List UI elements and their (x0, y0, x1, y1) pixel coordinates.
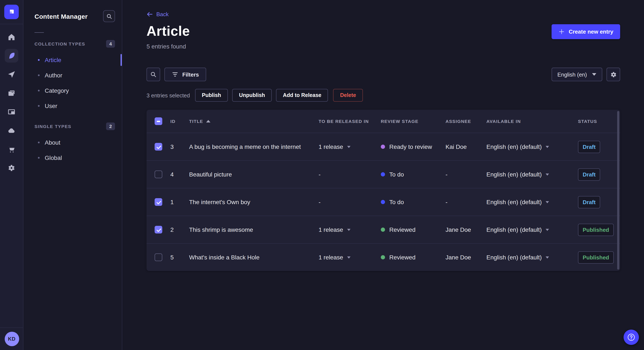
status-badge: Draft (578, 141, 600, 153)
stage-dot-icon (381, 172, 385, 176)
sidebar-item-user[interactable]: User (24, 98, 122, 114)
section-label: SINGLE TYPES (34, 124, 71, 129)
locale-select[interactable]: English (en) (551, 68, 602, 81)
back-link[interactable]: Back (146, 11, 169, 17)
nav-content-manager[interactable] (5, 49, 18, 62)
collection-types-count-badge: 4 (106, 40, 115, 48)
cell-title: What's inside a Black Hole (189, 254, 318, 261)
table-row[interactable]: 3 A bug is becoming a meme on the intern… (146, 133, 620, 160)
locale-value: English (en) (557, 71, 587, 78)
nav-releases[interactable] (5, 68, 18, 81)
rail-divider (0, 24, 23, 24)
bullet-icon (38, 105, 40, 107)
status-badge: Published (578, 223, 614, 236)
nav-media-library[interactable] (5, 86, 18, 100)
sidebar-item-category[interactable]: Category (24, 83, 122, 98)
delete-button[interactable]: Delete (333, 89, 363, 102)
stage-dot-icon (381, 255, 385, 259)
bullet-icon (38, 157, 40, 159)
nav-settings[interactable] (5, 161, 18, 175)
unpublish-button[interactable]: Unpublish (232, 89, 272, 102)
select-all-checkbox[interactable] (154, 117, 162, 125)
search-icon (106, 13, 112, 19)
help-button[interactable] (624, 330, 639, 345)
locale-dropdown[interactable]: English (en) (default) (486, 226, 549, 233)
create-new-entry-button[interactable]: Create new entry (552, 24, 620, 39)
publish-button[interactable]: Publish (195, 89, 228, 102)
subnav-search-button[interactable] (103, 10, 115, 22)
content-manager-subnav: Content Manager COLLECTION TYPES 4 Artic… (24, 0, 122, 350)
images-icon (7, 89, 16, 97)
release-dropdown[interactable]: 1 release (318, 226, 350, 233)
cell-id: 4 (170, 171, 189, 178)
cell-title: A bug is becoming a meme on the internet (189, 143, 318, 150)
add-to-release-button[interactable]: Add to Release (276, 89, 328, 102)
row-checkbox[interactable] (154, 226, 162, 233)
app-window: KD Content Manager COLLECTION TYPES 4 Ar… (0, 0, 644, 350)
release-dropdown[interactable]: 1 release (318, 254, 350, 261)
nav-home[interactable] (5, 30, 18, 44)
main-nav-rail: KD (0, 0, 24, 350)
locale-dropdown[interactable]: English (en) (default) (486, 171, 549, 178)
column-header-available-in[interactable]: AVAILABLE IN (486, 119, 578, 124)
chevron-down-icon (546, 256, 549, 258)
row-checkbox[interactable] (154, 198, 162, 206)
cell-released: - (318, 171, 381, 178)
plus-icon (558, 28, 565, 35)
release-dropdown[interactable]: 1 release (318, 143, 350, 150)
status-badge: Published (578, 251, 614, 263)
bullet-icon (38, 142, 40, 143)
view-settings-button[interactable] (606, 68, 620, 81)
section-single-types: SINGLE TYPES 2 About Global (24, 121, 122, 166)
cell-review-stage: Reviewed (381, 226, 446, 233)
back-label: Back (156, 11, 169, 17)
nav-deploy-cloud[interactable] (5, 124, 18, 137)
sidebar-item-about[interactable]: About (24, 135, 122, 150)
column-header-status[interactable]: STATUS (578, 119, 620, 124)
main-content: Back Article 5 entries found Create new … (122, 0, 644, 350)
row-checkbox[interactable] (154, 253, 162, 261)
feather-icon (7, 51, 16, 60)
cell-assignee: - (446, 171, 486, 178)
table-row[interactable]: 1 The internet's Own boy - To do - Engli… (146, 188, 620, 216)
filter-icon (172, 71, 178, 77)
nav-marketplace[interactable] (5, 143, 18, 156)
table-row[interactable]: 2 This shrimp is awesome 1 release Revie… (146, 216, 620, 243)
sidebar-item-label: User (45, 103, 57, 109)
layout-icon (7, 108, 16, 116)
cell-id: 2 (170, 226, 189, 233)
nav-content-type-builder[interactable] (5, 105, 18, 119)
cell-title: Beautiful picture (189, 171, 318, 178)
create-button-label: Create new entry (568, 28, 613, 35)
table-scrollbar[interactable] (617, 111, 619, 270)
sidebar-item-global[interactable]: Global (24, 150, 122, 166)
column-header-title[interactable]: TITLE (189, 119, 318, 124)
column-header-review-stage[interactable]: REVIEW STAGE (381, 119, 446, 124)
cell-title: This shrimp is awesome (189, 226, 318, 233)
filters-label: Filters (182, 71, 199, 78)
user-avatar[interactable]: KD (4, 332, 19, 346)
cell-review-stage: To do (381, 171, 446, 178)
chevron-down-icon (347, 229, 350, 231)
column-header-id[interactable]: ID (170, 119, 189, 124)
locale-dropdown[interactable]: English (en) (default) (486, 199, 549, 205)
table-row[interactable]: 4 Beautiful picture - To do - English (e… (146, 160, 620, 188)
section-label: COLLECTION TYPES (34, 41, 85, 46)
sidebar-item-author[interactable]: Author (24, 68, 122, 83)
sidebar-item-label: About (45, 139, 60, 146)
strapi-logo[interactable] (4, 5, 19, 19)
sidebar-item-article[interactable]: Article (24, 52, 122, 68)
row-checkbox[interactable] (154, 171, 162, 178)
column-header-released[interactable]: TO BE RELEASED IN (318, 119, 381, 124)
gear-icon (610, 71, 617, 78)
entries-table: ID TITLE TO BE RELEASED IN REVIEW STAGE … (146, 110, 620, 271)
chevron-down-icon (347, 146, 350, 148)
locale-dropdown[interactable]: English (en) (default) (486, 254, 549, 261)
subnav-title: Content Manager (34, 12, 88, 20)
filters-button[interactable]: Filters (164, 68, 206, 81)
search-button[interactable] (146, 68, 160, 81)
table-row[interactable]: 5 What's inside a Black Hole 1 release R… (146, 243, 620, 271)
locale-dropdown[interactable]: English (en) (default) (486, 143, 549, 150)
column-header-assignee[interactable]: ASSIGNEE (446, 119, 486, 124)
row-checkbox[interactable] (154, 143, 162, 151)
